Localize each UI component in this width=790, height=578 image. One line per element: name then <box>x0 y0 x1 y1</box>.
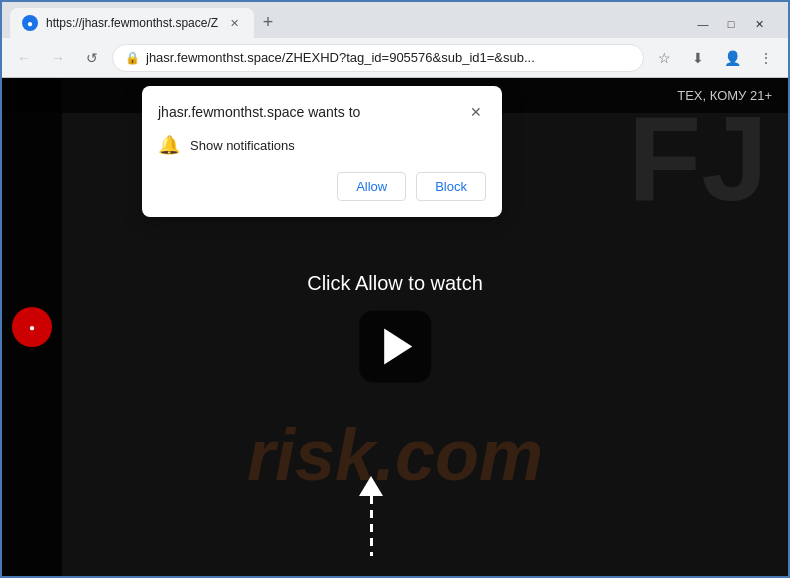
logo-watermark: FJ <box>628 98 768 218</box>
brand-icon: ● <box>12 307 52 347</box>
allow-button[interactable]: Allow <box>337 172 406 201</box>
maximize-button[interactable]: □ <box>718 14 744 34</box>
new-tab-button[interactable]: + <box>254 8 282 36</box>
url-bar[interactable]: 🔒 jhasr.fewmonthst.space/ZHEXHD?tag_id=9… <box>112 44 644 72</box>
address-bar: ← → ↺ 🔒 jhasr.fewmonthst.space/ZHEXHD?ta… <box>2 38 788 78</box>
minimize-button[interactable]: — <box>690 14 716 34</box>
block-button[interactable]: Block <box>416 172 486 201</box>
click-allow-text: Click Allow to watch <box>307 272 483 295</box>
play-button[interactable] <box>359 311 431 383</box>
forward-button[interactable]: → <box>44 44 72 72</box>
lock-icon: 🔒 <box>125 51 140 65</box>
tab-title: https://jhasr.fewmonthst.space/Z <box>46 16 218 30</box>
arrow-head <box>359 476 383 496</box>
notification-popup: jhasr.fewmonthst.space wants to ✕ 🔔 Show… <box>142 86 502 217</box>
download-icon[interactable]: ⬇ <box>684 44 712 72</box>
arrow-line <box>370 496 373 556</box>
play-area: Click Allow to watch <box>307 272 483 383</box>
left-panel: ● <box>2 78 62 576</box>
window-controls: — □ ✕ <box>690 14 780 34</box>
popup-close-button[interactable]: ✕ <box>466 102 486 122</box>
close-button[interactable]: ✕ <box>746 14 772 34</box>
content-area: ТЕХ, КОМУ 21+ ● FJ risk.com Click Allow … <box>2 78 788 576</box>
popup-header: jhasr.fewmonthst.space wants to ✕ <box>158 102 486 122</box>
tab-close-button[interactable]: ✕ <box>226 15 242 31</box>
tab-favicon: ● <box>22 15 38 31</box>
profile-button[interactable]: 👤 <box>718 44 746 72</box>
watermark-text: risk.com <box>247 414 543 496</box>
popup-title: jhasr.fewmonthst.space wants to <box>158 104 360 120</box>
watermark: risk.com <box>2 414 788 496</box>
menu-button[interactable]: ⋮ <box>752 44 780 72</box>
arrow-indicator <box>359 476 383 556</box>
popup-notification-row: 🔔 Show notifications <box>158 134 486 156</box>
refresh-button[interactable]: ↺ <box>78 44 106 72</box>
popup-buttons: Allow Block <box>158 172 486 201</box>
active-tab[interactable]: ● https://jhasr.fewmonthst.space/Z ✕ <box>10 8 254 38</box>
chrome-window: ● https://jhasr.fewmonthst.space/Z ✕ + —… <box>2 2 788 576</box>
popup-notification-text: Show notifications <box>190 138 295 153</box>
bookmark-button[interactable]: ☆ <box>650 44 678 72</box>
url-text: jhasr.fewmonthst.space/ZHEXHD?tag_id=905… <box>146 50 631 65</box>
play-icon <box>384 329 412 365</box>
bell-icon: 🔔 <box>158 134 180 156</box>
back-button[interactable]: ← <box>10 44 38 72</box>
